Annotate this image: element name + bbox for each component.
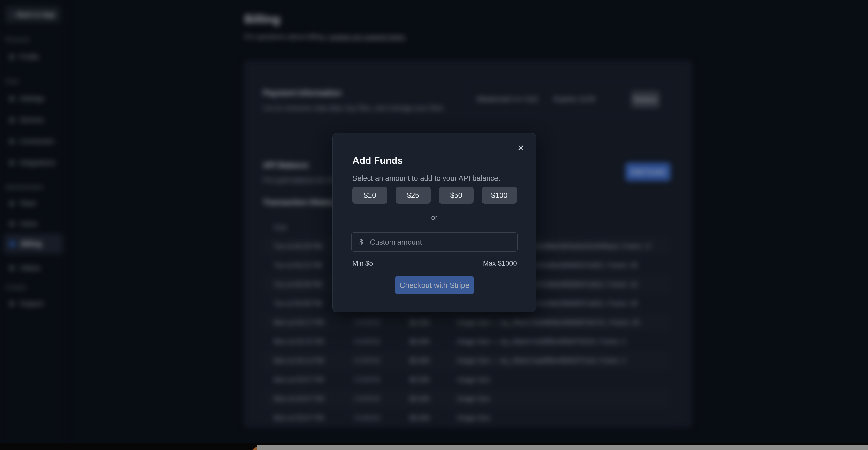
amount-options: $10 $25 $50 $100 [352,187,517,204]
close-icon[interactable]: ✕ [515,142,527,154]
amount-100-button[interactable]: $100 [482,187,517,204]
modal-title: Add Funds [352,155,403,166]
bottom-taskbar [0,443,868,450]
amount-limits: Min $5 Max $1000 [352,260,517,267]
or-separator: or [333,214,536,222]
dollar-prefix: $ [359,238,363,246]
amount-50-button[interactable]: $50 [439,187,474,204]
modal-subtitle: Select an amount to add to your API bala… [352,174,500,183]
custom-amount-field[interactable]: $ [351,232,518,252]
add-funds-modal: ✕ Add Funds Select an amount to add to y… [332,133,536,312]
checkout-with-stripe-button[interactable]: Checkout with Stripe [395,276,474,294]
custom-amount-input[interactable] [370,238,507,246]
amount-10-button[interactable]: $10 [352,187,388,204]
taskbar-gray-segment [257,445,868,450]
min-amount-label: Min $5 [352,260,373,267]
max-amount-label: Max $1000 [483,260,517,267]
taskbar-orange-accent [252,446,258,450]
amount-25-button[interactable]: $25 [396,187,431,204]
app-screen: ‹ Back to App Personal Profile Fleet Set… [0,0,868,450]
